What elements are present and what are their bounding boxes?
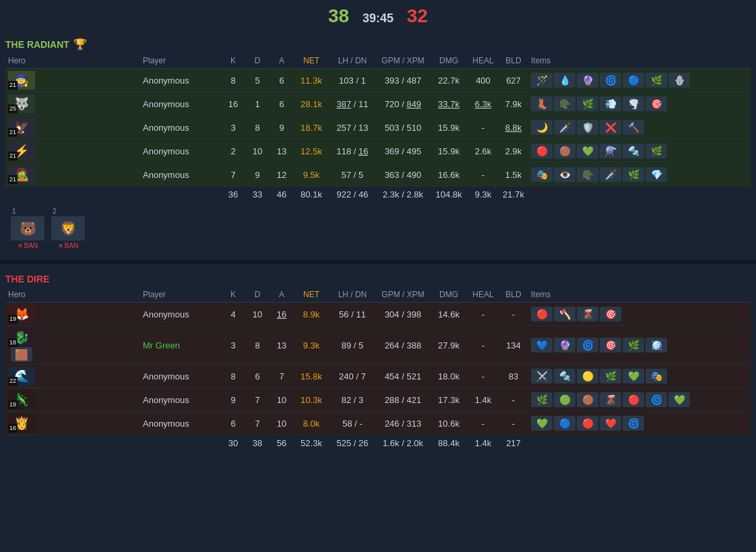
total-lhdn: 922 / 46 — [329, 187, 376, 203]
player-name: Anonymous — [143, 99, 189, 109]
assist-td: 16 — [270, 303, 294, 326]
item-icon: ⚔️ — [531, 369, 553, 384]
gpmxpm-td: 363 / 490 — [376, 163, 430, 187]
player-name-td: Anonymous — [140, 303, 221, 326]
item-icon: 🪄 — [531, 73, 553, 88]
heal-td: 400 — [468, 69, 499, 92]
gpmxpm-td: 304 / 398 — [376, 303, 430, 326]
hero-td: 🧙 21 — [5, 69, 140, 92]
gpmxpm-td: 246 / 313 — [376, 412, 430, 435]
hero-portrait: 🦎 19 — [8, 390, 35, 409]
death-td: 7 — [245, 388, 270, 412]
table-row: 🦊 19 Anonymous 4 10 16 8.9k 56 / 11 304 … — [5, 303, 751, 326]
item-icon: 🔴 — [531, 307, 553, 321]
player-name-td: Anonymous — [140, 163, 221, 187]
item-icon: 🪖 — [577, 167, 598, 182]
dire-label: THE DIRE — [5, 274, 49, 284]
dmg-td: 15.9k — [430, 116, 468, 140]
col-bld: BLD — [499, 287, 528, 303]
game-time: 39:45 — [363, 11, 393, 25]
ban-item: 2 🦁 ✕BAN — [51, 208, 85, 249]
bld-td: 7.9k — [499, 92, 528, 116]
item-icon: 💚 — [531, 416, 553, 431]
assist-td: 10 — [270, 388, 294, 412]
item-icon: 🔵 — [623, 73, 644, 88]
hero-portrait: 🧙 21 — [8, 71, 35, 90]
bld-td: - — [499, 388, 528, 412]
item-icon: 🟢 — [554, 392, 575, 407]
gpmxpm-td: 503 / 510 — [376, 116, 430, 140]
hero-portrait: 🧟 21 — [8, 165, 35, 184]
item-icon: 🌿 — [531, 392, 553, 407]
total-net: 52.3k — [294, 435, 329, 452]
items-td: 💚🔵🔴❤️🌀 — [528, 412, 751, 435]
net-td: 15.8k — [294, 365, 329, 388]
radiant-label: THE RADIANT — [5, 39, 69, 50]
dmg-td: 14.6k — [430, 303, 468, 326]
items-td: 🎭👁️🪖🗡️🌿💎 — [528, 163, 751, 187]
kill-td: 7 — [221, 163, 245, 187]
net-td: 28.1k — [294, 92, 329, 116]
item-icon: 🌿 — [645, 144, 667, 158]
ban-label: ✕BAN — [18, 242, 38, 249]
hero-cell: 🦎 19 — [8, 390, 137, 409]
hero-level: 19 — [8, 315, 18, 324]
hero-portrait: 🌊 22 — [8, 367, 35, 386]
item-icon: 🔵 — [554, 416, 575, 431]
player-name: Anonymous — [143, 75, 189, 86]
hero-level: 25 — [8, 104, 18, 113]
heal-td: 2.6k — [468, 140, 499, 163]
col-k: K — [221, 53, 245, 69]
col-bld: BLD — [499, 53, 528, 69]
player-name-td: Anonymous — [140, 92, 221, 116]
items-td: 🔴🟤💚⚗️🔩🌿 — [528, 140, 751, 163]
dire-header: THE DIRE — [5, 270, 751, 287]
hero-td: 🦎 19 — [5, 388, 140, 412]
kill-td: 4 — [221, 303, 245, 326]
player-name-td: Anonymous — [140, 412, 221, 435]
item-icon: 🛡️ — [577, 120, 598, 135]
heal-td: - — [468, 365, 499, 388]
radiant-header: THE RADIANT 🏆 — [5, 34, 751, 53]
item-icon: 🎯 — [600, 307, 621, 321]
dmg-td: 10.6k — [430, 412, 468, 435]
hero-cell: 🧟 21 — [8, 165, 137, 184]
death-td: 10 — [245, 140, 270, 163]
col-dmg: DMG — [430, 287, 468, 303]
bld-td: 8.8k — [499, 116, 528, 140]
hero-cell: 🐺 25 — [8, 94, 137, 113]
bld-td: 134 — [499, 326, 528, 365]
lhdn-td: 387 / 11 — [329, 92, 376, 116]
net-td: 8.9k — [294, 303, 329, 326]
col-player: Player — [140, 287, 221, 303]
dmg-td: 33.7k — [430, 92, 468, 116]
total-gpmxpm: 2.3k / 2.8k — [376, 187, 430, 203]
score-bar: 38 39:45 32 — [0, 0, 756, 31]
item-icon: 🔩 — [554, 369, 575, 384]
item-icon: 💧 — [554, 73, 575, 88]
item-icon: 🌋 — [600, 392, 621, 407]
player-name: Anonymous — [143, 309, 189, 319]
total-lhdn: 525 / 26 — [329, 435, 376, 452]
col-hero: Hero — [5, 287, 140, 303]
item-icon: ❤️ — [600, 416, 621, 431]
bld-td: - — [499, 303, 528, 326]
total-bld: 21.7k — [499, 187, 528, 203]
gpmxpm-td: 369 / 495 — [376, 140, 430, 163]
assist-td: 13 — [270, 140, 294, 163]
net-td: 18.7k — [294, 116, 329, 140]
gpmxpm-td: 264 / 388 — [376, 326, 430, 365]
death-td: 6 — [245, 365, 270, 388]
hero-level: 21 — [8, 81, 18, 90]
col-d: D — [245, 53, 270, 69]
dmg-td: 16.6k — [430, 163, 468, 187]
col-a: A — [270, 53, 294, 69]
item-icon: 🔩 — [623, 144, 644, 158]
heal-td: - — [468, 326, 499, 365]
item-icon: 🌀 — [645, 392, 667, 407]
bld-td: 2.9k — [499, 140, 528, 163]
totals-row: 36 33 46 80.1k 922 / 46 2.3k / 2.8k 104.… — [5, 187, 751, 203]
heal-td: 6.3k — [468, 92, 499, 116]
total-dmg: 88.4k — [430, 435, 468, 452]
hero-cell: 🧙 21 — [8, 71, 137, 90]
